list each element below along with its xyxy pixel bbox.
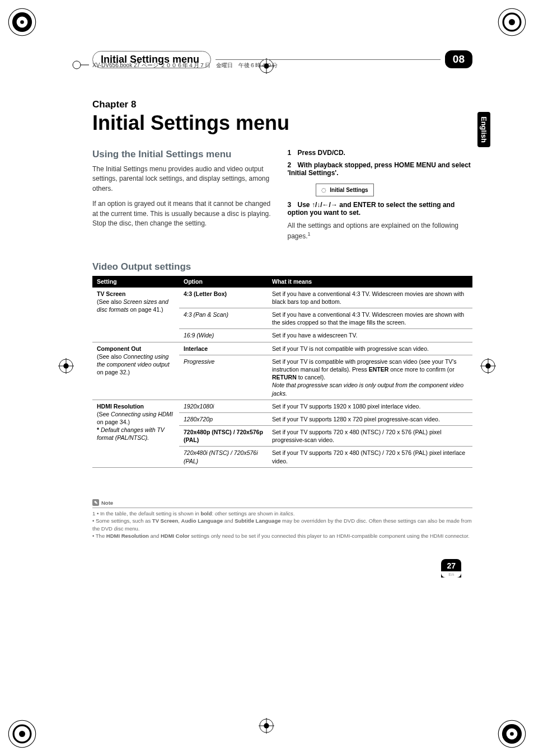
step-3-explain: All the settings and options are explain… [288,221,473,242]
note-icon: ✎ [92,499,99,506]
cell-option: 720x480p (NTSC) / 720x576p (PAL) [179,426,268,447]
table-row: Component Out(See also Connecting using … [92,342,472,355]
settings-table: Setting Option What it means TV Screen(S… [92,276,472,468]
th-setting: Setting [92,276,179,288]
step-2: 2 With playback stopped, press HOME MENU… [288,161,473,177]
page-header: Initial Settings menu 08 [92,50,472,68]
table-row: HDMI Resolution(See Connecting using HDM… [92,400,472,412]
intro-para-2: If an option is grayed out it means that… [92,199,278,228]
cell-option: 1920x1080i [179,400,268,412]
step-1-text: Press DVD/CD. [298,149,345,157]
cell-option: Progressive [179,355,268,400]
cell-meaning: Set if you have a conventional 4:3 TV. W… [268,287,472,308]
cell-meaning: Set if you have a conventional 4:3 TV. W… [268,308,472,329]
cell-meaning: Set if your TV supports 720 x 480 (NTSC)… [268,426,472,447]
cell-option: 4:3 (Letter Box) [179,287,268,308]
cell-meaning: Set if you have a widescreen TV. [268,329,472,342]
step-2-text: With playback stopped, press HOME MENU a… [288,161,471,177]
step-3-num: 3 [288,201,292,209]
initial-settings-box-label: Initial Settings [330,187,368,193]
note-line-2: • Some settings, such as TV Screen, Audi… [92,517,472,532]
cell-option: 1280x720p [179,412,268,425]
step-2-num: 2 [288,161,292,169]
intro-para-1: The Initial Settings menu provides audio… [92,165,278,194]
language-tab: English [477,112,490,147]
initial-settings-box: ◌ Initial Settings [316,184,374,196]
cell-meaning: Set if your TV supports 720 x 480 (NTSC)… [268,447,472,467]
footnote-block: ✎ Note 1 • In the table, the default set… [92,499,472,539]
chapter-label: Chapter 8 [92,99,472,110]
th-option: Option [179,276,268,288]
header-chapter-number: 08 [445,50,472,68]
step-3-arrows: ↑/↓/←/→ [312,201,338,209]
page-number-wrap: 27 En [92,559,472,578]
step-1: 1 Press DVD/CD. [288,149,473,157]
cell-meaning: Set if your TV is not compatible with pr… [268,342,472,355]
disc-icon: ◌ [321,187,326,193]
cell-option: 720x480i (NTSC) / 720x576i (PAL) [179,447,268,467]
video-output-heading: Video Output settings [92,261,472,273]
cell-meaning: Set if your TV supports 1920 x 1080 pixe… [268,400,472,412]
page-number: 27 [447,561,456,570]
th-meaning: What it means [268,276,472,288]
cell-setting: Component Out(See also Connecting using … [92,342,179,400]
step-3-pre: Use [298,201,312,209]
header-title: Initial Settings menu [101,54,199,65]
cell-setting: HDMI Resolution(See Connecting using HDM… [92,400,179,467]
note-label: ✎ Note [92,499,472,508]
cell-option: 16:9 (Wide) [179,329,268,342]
cell-meaning: Set if your TV is compatible with progre… [268,355,472,400]
page-lang: En [441,571,461,577]
header-divider [216,59,441,60]
step-3: 3 Use ↑/↓/←/→ and ENTER to select the se… [288,201,473,217]
step-1-num: 1 [288,149,292,157]
using-heading: Using the Initial Settings menu [92,149,278,160]
note-line-1: 1 • In the table, the default setting is… [92,510,472,517]
cell-meaning: Set if your TV supports 1280 x 720 pixel… [268,412,472,425]
table-row: TV Screen(See also Screen sizes and disc… [92,287,472,308]
main-title: Initial Settings menu [92,111,472,135]
cell-setting: TV Screen(See also Screen sizes and disc… [92,287,179,342]
note-line-3: • The HDMI Resolution and HDMI Color set… [92,532,472,539]
cell-option: 4:3 (Pan & Scan) [179,308,268,329]
footnote-ref: 1 [308,231,311,237]
cell-option: Interlace [179,342,268,355]
